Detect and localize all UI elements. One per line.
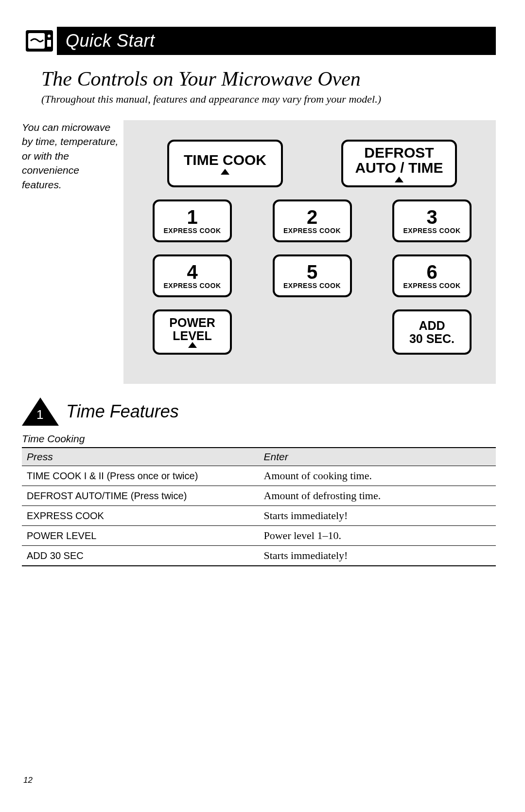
press-cell: POWER LEVEL [22, 526, 259, 546]
time-cook-button[interactable]: TIME COOK [167, 140, 283, 187]
enter-cell: Amount of cooking time. [259, 466, 496, 486]
keypad-2-button[interactable]: 2 EXPRESS COOK [273, 199, 352, 242]
express-cook-label: EXPRESS COOK [403, 282, 460, 289]
sub-note: (Throughout this manual, features and ap… [41, 93, 496, 106]
time-cooking-table: Press Enter TIME COOK I & II (Press once… [22, 447, 496, 566]
enter-cell: Power level 1–10. [259, 526, 496, 546]
col-press-header: Press [22, 448, 259, 466]
col-enter-header: Enter [259, 448, 496, 466]
enter-cell: Starts immediately! [259, 546, 496, 566]
defrost-button[interactable]: DEFROST AUTO / TIME [341, 140, 457, 187]
digit-label: 3 [426, 207, 437, 227]
page-title: The Controls on Your Microwave Oven [41, 67, 496, 90]
keypad-3-button[interactable]: 3 EXPRESS COOK [392, 199, 472, 242]
digit-label: 5 [307, 262, 317, 282]
triangle-marker-icon: 1 [22, 397, 59, 426]
table-row: EXPRESS COOK Starts immediately! [22, 506, 496, 526]
table-row: ADD 30 SEC Starts immediately! [22, 546, 496, 566]
power-label-1: POWER [169, 316, 215, 329]
page-number: 12 [23, 776, 33, 785]
side-description: You can microwave by time, temperature, … [22, 120, 119, 384]
express-cook-label: EXPRESS COOK [283, 227, 341, 235]
time-cook-label: TIME COOK [184, 152, 266, 168]
keypad-1-button[interactable]: 1 EXPRESS COOK [153, 199, 232, 242]
digit-label: 1 [187, 207, 197, 227]
press-cell: TIME COOK I & II (Press once or twice) [22, 466, 259, 486]
express-cook-label: EXPRESS COOK [403, 227, 460, 235]
keypad-5-button[interactable]: 5 EXPRESS COOK [273, 254, 352, 297]
digit-label: 2 [307, 207, 317, 227]
add-30-sec-button[interactable]: ADD 30 SEC. [392, 309, 472, 355]
enter-cell: Starts immediately! [259, 506, 496, 526]
power-level-button[interactable]: POWER LEVEL [153, 309, 232, 355]
svg-rect-3 [47, 40, 51, 47]
express-cook-label: EXPRESS COOK [163, 282, 221, 289]
marker-number: 1 [36, 407, 43, 422]
header-title: Quick Start [57, 27, 496, 55]
add-label-1: ADD [419, 319, 445, 332]
section-title: Time Features [66, 401, 179, 422]
up-arrow-icon [188, 342, 197, 348]
add-label-2: 30 SEC. [409, 332, 455, 345]
header-bar: Quick Start [22, 27, 496, 55]
enter-cell: Amount of defrosting time. [259, 486, 496, 506]
power-label-2: LEVEL [173, 329, 212, 342]
up-arrow-icon [395, 177, 403, 182]
express-cook-label: EXPRESS COOK [283, 282, 341, 289]
express-cook-label: EXPRESS COOK [163, 227, 221, 235]
press-cell: ADD 30 SEC [22, 546, 259, 566]
up-arrow-icon [221, 169, 229, 175]
defrost-label-1: DEFROST [364, 145, 434, 161]
press-cell: EXPRESS COOK [22, 506, 259, 526]
control-panel: TIME COOK DEFROST AUTO / TIME 1 EXPRESS … [123, 120, 496, 384]
digit-label: 4 [187, 262, 197, 282]
keypad-6-button[interactable]: 6 EXPRESS COOK [392, 254, 472, 297]
table-row: DEFROST AUTO/TIME (Press twice) Amount o… [22, 486, 496, 506]
keypad-4-button[interactable]: 4 EXPRESS COOK [153, 254, 232, 297]
section-heading: 1 Time Features [22, 397, 496, 426]
press-cell: DEFROST AUTO/TIME (Press twice) [22, 486, 259, 506]
microwave-icon [22, 27, 57, 55]
svg-point-2 [48, 35, 51, 37]
digit-label: 6 [426, 262, 437, 282]
defrost-label-2: AUTO / TIME [355, 160, 443, 176]
table-caption: Time Cooking [22, 433, 496, 445]
table-row: POWER LEVEL Power level 1–10. [22, 526, 496, 546]
table-row: TIME COOK I & II (Press once or twice) A… [22, 466, 496, 486]
